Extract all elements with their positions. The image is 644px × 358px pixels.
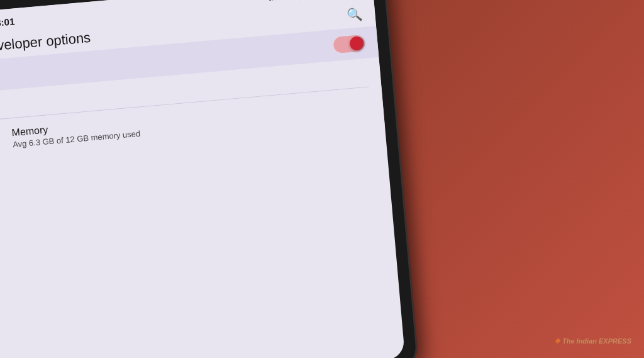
memory-icon-box xyxy=(0,130,4,152)
memory-chip-icon xyxy=(0,131,3,150)
watermark-text: The Indian EXPRESS xyxy=(562,337,631,345)
phone-device: 3:01 0.00 KB/s ⏰ ⬢ NFC 4G ▲ ○ ‹ Develope… xyxy=(0,0,419,358)
search-button[interactable]: 🔍 xyxy=(346,6,363,23)
watermark: ❖ The Indian EXPRESS xyxy=(554,337,631,345)
status-time: 3:01 xyxy=(0,16,15,28)
data-speed-icon: 0.00 KB/s xyxy=(269,0,294,1)
phone-screen: 3:01 0.00 KB/s ⏰ ⬢ NFC 4G ▲ ○ ‹ Develope… xyxy=(0,0,405,358)
toggle-knob xyxy=(349,36,364,51)
developer-options-toggle[interactable] xyxy=(333,35,365,53)
memory-text-col: Memory Avg 6.3 GB of 12 GB memory used xyxy=(11,116,141,150)
scene: 3:01 0.00 KB/s ⏰ ⬢ NFC 4G ▲ ○ ‹ Develope… xyxy=(0,0,644,358)
watermark-symbol: ❖ xyxy=(554,337,560,345)
alarm-icon: ⏰ xyxy=(296,0,306,1)
